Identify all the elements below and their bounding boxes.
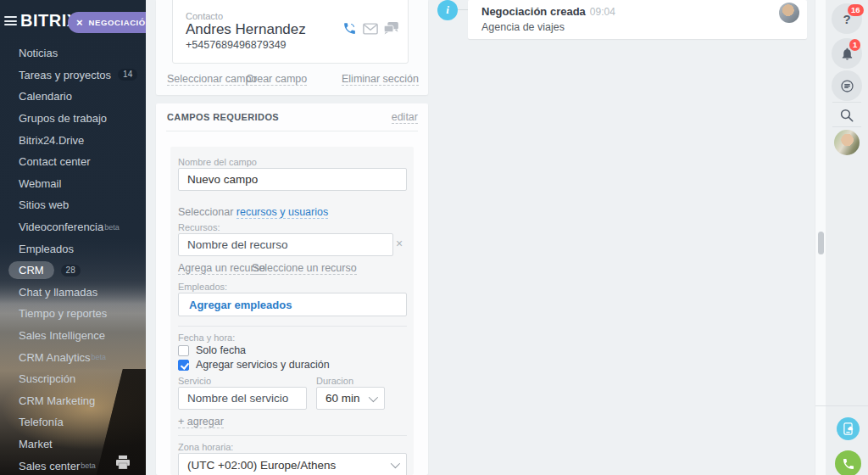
sidebar-item-videoconferencia[interactable]: Videoconferenciabeta: [0, 216, 146, 238]
contact-field-label: Contacto: [186, 11, 223, 21]
divider: [178, 435, 407, 436]
contact-name[interactable]: Andres Hernandez: [186, 21, 306, 38]
slider-tab-label: NEGOCIACIÓN: [89, 18, 146, 27]
tasks-count-badge: 14: [118, 69, 137, 81]
sidebar-item-webmail[interactable]: Webmail: [0, 173, 146, 195]
contact-section: Contacto Andres Hernandez +5457689496879…: [156, 0, 428, 95]
help-count-badge: 16: [848, 4, 864, 16]
sidebar-nav: Noticias Tareas y proyectos14 Calendario…: [0, 42, 146, 475]
sidebar-item-crm-analytics[interactable]: CRM Analyticsbeta: [0, 346, 146, 368]
only-date-checkbox[interactable]: [178, 345, 189, 356]
messenger-button[interactable]: [832, 70, 862, 101]
timeline-connector: [458, 9, 468, 10]
phone-handset-icon: [842, 457, 855, 471]
duration-select[interactable]: 60 min: [316, 387, 385, 410]
printer-icon[interactable]: [115, 455, 131, 472]
sidebar-item-contact-center[interactable]: Contact center: [0, 151, 146, 173]
services-checkbox-row[interactable]: Agregar servicios y duración: [178, 359, 330, 371]
resources-label: Recursos:: [178, 222, 220, 232]
divider: [178, 326, 407, 327]
chat-icon[interactable]: [384, 22, 398, 35]
timezone-select[interactable]: (UTC +02:00) Europe/Athens: [178, 453, 407, 475]
negotiation-slider-tab[interactable]: × NEGOCIACIÓN: [68, 12, 146, 33]
add-employees-button[interactable]: Agregar empleados: [178, 293, 407, 316]
crm-count-badge: 28: [61, 265, 81, 277]
timeline-panel: i Negociación creada09:04 Agencia de via…: [428, 0, 815, 475]
sidebar-item-market[interactable]: Market: [0, 433, 146, 455]
select-resources-row: Seleccionar recursos y usuarios: [178, 206, 328, 218]
timeline-entry-card[interactable]: Negociación creada09:04 Agencia de viaje…: [468, 0, 807, 39]
sidebar-item-crm-marketing[interactable]: CRM Marketing: [0, 390, 146, 412]
timeline-entry-title: Negociación creada09:04: [481, 5, 615, 18]
deal-details-column: Contacto Andres Hernandez +5457689496879…: [156, 0, 428, 475]
contact-phone[interactable]: +5457689496879349: [186, 39, 287, 51]
service-name-input[interactable]: [178, 387, 307, 410]
timeline-author-avatar[interactable]: [779, 3, 799, 23]
mail-icon[interactable]: [363, 23, 378, 35]
beta-tag: beta: [92, 353, 107, 361]
right-icon-rail: ? 16 1: [826, 0, 868, 475]
sidebar-item-chat[interactable]: Chat y llamadas: [0, 282, 146, 304]
sidebar-item-suscripcion[interactable]: Suscripción: [0, 368, 146, 390]
main-sidebar: BITRIX × NEGOCIACIÓN Noticias Tareas y p…: [0, 0, 146, 475]
sidebar-item-sitios-web[interactable]: Sitios web: [0, 194, 146, 216]
beta-tag: beta: [104, 223, 120, 232]
service-label: Servicio: [178, 376, 211, 386]
divider: [815, 405, 868, 406]
sidebar-item-calendario[interactable]: Calendario: [0, 86, 146, 108]
sidebar-item-telefonia[interactable]: Telefonía: [0, 411, 146, 433]
divider: [832, 126, 861, 127]
delete-section-link[interactable]: Eliminar sección: [342, 73, 419, 86]
messenger-icon: [839, 78, 855, 94]
employees-label: Empleados:: [178, 282, 227, 292]
search-button[interactable]: [839, 108, 854, 126]
clear-icon[interactable]: ×: [396, 238, 403, 249]
sidebar-item-tiempo[interactable]: Tiempo y reportes: [0, 303, 146, 325]
sidebar-header: BITRIX × NEGOCIACIÓN: [0, 0, 146, 41]
sidebar-item-drive[interactable]: Bitrix24.Drive: [0, 129, 146, 151]
required-fields-section: CAMPOS REQUERIDOS editar Nombre del camp…: [156, 103, 428, 475]
only-date-checkbox-row[interactable]: Solo fecha: [178, 344, 246, 356]
contact-actions: [342, 21, 398, 36]
add-more-link[interactable]: + agregar: [178, 416, 224, 428]
create-field-link[interactable]: Crear campo: [246, 73, 307, 86]
chevron-down-icon: [391, 459, 400, 468]
bitrix24-app: BITRIX × NEGOCIACIÓN Noticias Tareas y p…: [0, 0, 868, 475]
notifications-count-badge: 1: [849, 39, 860, 51]
datetime-label: Fecha y hora:: [178, 332, 235, 343]
resources-users-link[interactable]: recursos y usuarios: [236, 206, 328, 219]
contact-card: Contacto Andres Hernandez +5457689496879…: [172, 0, 409, 64]
field-name-label: Nombre del campo: [178, 157, 257, 167]
sidebar-item-noticias[interactable]: Noticias: [0, 42, 146, 64]
sidebar-item-grupos[interactable]: Grupos de trabajo: [0, 108, 146, 130]
timezone-label: Zona horaria:: [178, 442, 233, 452]
phone-icon[interactable]: [342, 21, 357, 36]
user-avatar[interactable]: [834, 130, 860, 155]
vertical-scrollbar[interactable]: [815, 0, 826, 475]
field-name-input[interactable]: [178, 168, 407, 191]
mobile-icon: [843, 422, 854, 435]
scrollbar-thumb[interactable]: [818, 232, 824, 254]
divider: [166, 131, 418, 131]
new-field-panel: Nombre del campo Seleccionar recursos y …: [170, 147, 414, 475]
hamburger-menu-icon[interactable]: [4, 16, 17, 25]
required-fields-title: CAMPOS REQUERIDOS: [167, 112, 279, 122]
search-icon: [839, 108, 854, 123]
resource-name-input[interactable]: [178, 233, 393, 256]
edit-link[interactable]: editar: [392, 111, 418, 124]
only-date-label: Solo fecha: [196, 344, 246, 356]
sidebar-item-empleados[interactable]: Empleados: [0, 238, 146, 260]
sidebar-item-tareas[interactable]: Tareas y proyectos14: [0, 64, 146, 87]
duration-label: Duracion: [316, 376, 353, 386]
sidebar-item-sales-intelligence[interactable]: Sales Intelligence: [0, 325, 146, 347]
sidebar-item-crm[interactable]: CRM28: [0, 260, 146, 282]
call-button[interactable]: [835, 450, 861, 475]
timeline-entry-subtitle: Agencia de viajes: [481, 21, 565, 33]
divider: [832, 102, 861, 103]
close-icon[interactable]: ×: [76, 17, 83, 28]
mobile-app-button[interactable]: [837, 417, 860, 440]
services-checkbox[interactable]: [178, 360, 189, 371]
beta-tag: beta: [81, 461, 96, 470]
choose-resource-link[interactable]: Seleccione un recurso: [252, 262, 357, 275]
select-field-link[interactable]: Seleccionar campo: [167, 73, 257, 86]
